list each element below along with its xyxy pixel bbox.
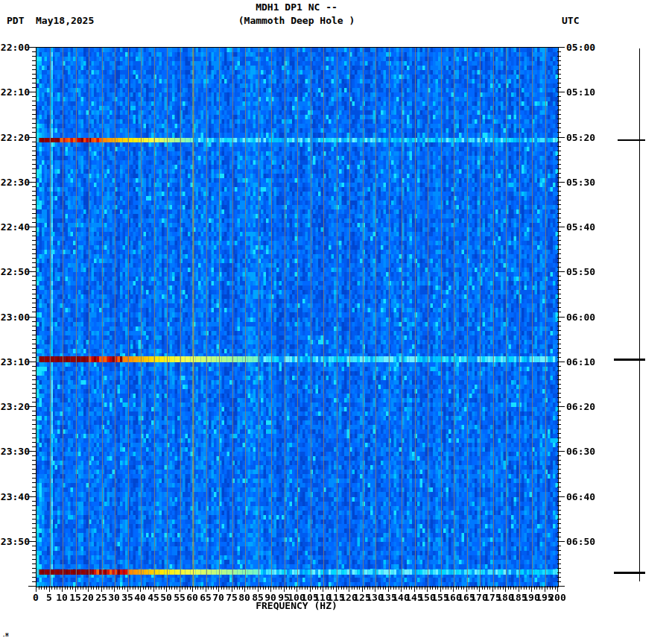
frequency-tick bbox=[39, 586, 39, 590]
frequency-tick bbox=[357, 586, 358, 590]
frequency-tick bbox=[284, 586, 285, 592]
right-minute-tick bbox=[557, 60, 561, 61]
frequency-tick bbox=[425, 586, 425, 590]
right-minute-tick bbox=[557, 222, 561, 223]
frequency-tick bbox=[466, 586, 467, 592]
frequency-tick bbox=[352, 586, 352, 590]
frequency-tick bbox=[216, 586, 217, 590]
frequency-tick bbox=[195, 586, 196, 590]
left-minute-tick bbox=[32, 357, 36, 358]
right-minute-tick bbox=[557, 455, 561, 456]
left-minute-tick bbox=[32, 455, 36, 456]
right-minute-tick bbox=[557, 388, 561, 389]
right-minute-tick bbox=[557, 442, 561, 443]
left-minute-tick bbox=[32, 303, 36, 303]
frequency-tick bbox=[341, 586, 342, 590]
left-minute-tick bbox=[32, 330, 36, 331]
right-minute-tick bbox=[557, 244, 561, 245]
frequency-axis-title: FREQUENCY (HZ) bbox=[256, 601, 337, 610]
frequency-tick bbox=[260, 586, 261, 590]
left-minute-tick bbox=[32, 294, 36, 294]
frequency-tick bbox=[276, 586, 276, 590]
right-minute-tick bbox=[557, 253, 561, 254]
frequency-tick bbox=[375, 586, 375, 592]
frequency-tick bbox=[200, 586, 201, 590]
right-minute-tick bbox=[557, 51, 561, 52]
frequency-tick bbox=[218, 586, 219, 592]
left-minute-tick bbox=[32, 65, 36, 66]
frequency-tick bbox=[338, 586, 339, 590]
frequency-tick bbox=[239, 586, 240, 590]
frequency-tick bbox=[80, 586, 81, 590]
right-minute-tick bbox=[557, 528, 561, 528]
right-minute-tick bbox=[557, 142, 561, 142]
frequency-tick bbox=[328, 586, 329, 590]
right-minute-tick bbox=[557, 114, 561, 115]
frequency-tick bbox=[333, 586, 334, 590]
right-minute-tick bbox=[557, 335, 561, 335]
right-time-tick-label: 05:20 bbox=[566, 133, 595, 142]
right-minute-tick bbox=[557, 74, 561, 75]
left-minute-tick bbox=[32, 577, 36, 578]
frequency-tick bbox=[557, 586, 558, 592]
frequency-tick bbox=[343, 586, 344, 590]
page-title: MDH1 DP1 NC -- bbox=[256, 2, 337, 12]
left-time-tick-label: 22:30 bbox=[1, 177, 30, 187]
frequency-tick bbox=[107, 586, 107, 590]
left-minute-tick bbox=[32, 501, 36, 502]
frequency-tick-label: 55 bbox=[174, 593, 186, 602]
frequency-tick bbox=[150, 586, 151, 590]
left-minute-tick bbox=[32, 289, 36, 290]
right-minute-tick bbox=[557, 572, 561, 573]
frequency-tick bbox=[404, 586, 405, 590]
right-minute-tick bbox=[557, 101, 561, 101]
frequency-tick bbox=[72, 586, 73, 590]
left-minute-tick bbox=[32, 312, 36, 312]
frequency-tick bbox=[96, 586, 97, 590]
frequency-tick bbox=[213, 586, 214, 590]
left-minute-tick bbox=[32, 568, 36, 569]
frequency-tick bbox=[307, 586, 308, 590]
frequency-tick-label: 65 bbox=[200, 593, 212, 602]
frequency-tick-label: 70 bbox=[212, 593, 224, 602]
left-minute-tick bbox=[32, 510, 36, 511]
left-minute-tick bbox=[32, 384, 36, 385]
right-minute-tick bbox=[557, 478, 561, 479]
frequency-tick bbox=[182, 586, 183, 590]
frequency-tick bbox=[299, 586, 300, 590]
frequency-tick bbox=[510, 586, 511, 590]
left-minute-tick bbox=[32, 344, 36, 344]
frequency-tick bbox=[516, 586, 516, 590]
right-minute-tick bbox=[557, 56, 561, 57]
left-minute-tick bbox=[32, 267, 36, 268]
left-minute-tick bbox=[32, 105, 36, 106]
frequency-tick bbox=[440, 586, 441, 592]
right-minute-tick bbox=[557, 204, 561, 205]
frequency-tick bbox=[109, 586, 110, 590]
right-minute-tick bbox=[557, 146, 561, 147]
left-minute-tick bbox=[32, 151, 36, 151]
frequency-tick bbox=[317, 586, 318, 590]
right-minute-tick bbox=[557, 262, 561, 263]
frequency-tick bbox=[500, 586, 501, 590]
frequency-tick bbox=[545, 586, 545, 592]
event-marker-tick bbox=[614, 359, 645, 361]
right-minute-tick bbox=[557, 151, 561, 151]
left-minute-tick bbox=[32, 110, 36, 110]
frequency-tick bbox=[526, 586, 527, 590]
left-minute-tick bbox=[32, 186, 36, 187]
frequency-tick bbox=[77, 586, 78, 590]
right-minute-tick bbox=[557, 546, 561, 546]
left-minute-tick bbox=[32, 132, 36, 133]
right-minute-tick bbox=[557, 186, 561, 187]
left-minute-tick bbox=[32, 160, 36, 160]
left-minute-tick bbox=[32, 415, 36, 416]
frequency-tick-label: 35 bbox=[121, 593, 133, 602]
right-minute-tick bbox=[557, 105, 561, 106]
frequency-tick bbox=[273, 586, 274, 590]
frequency-tick bbox=[427, 586, 428, 592]
frequency-tick-label: 10 bbox=[56, 593, 68, 602]
frequency-tick bbox=[124, 586, 125, 590]
frequency-tick bbox=[101, 586, 102, 592]
frequency-tick bbox=[234, 586, 235, 590]
